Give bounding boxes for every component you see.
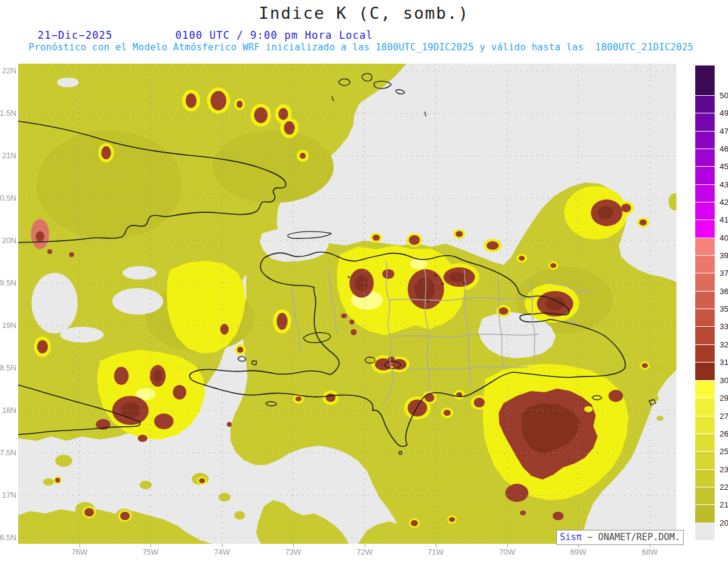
lat-tick-label: 20N xyxy=(0,236,16,245)
lat-tick-label: 0.5N xyxy=(0,193,16,202)
colorbar-cell xyxy=(695,113,715,131)
lon-tick-mark xyxy=(150,544,151,547)
colorbar-cell xyxy=(695,504,715,523)
colorbar-tick-label: 49.1 xyxy=(720,109,728,118)
colorbar-tick-label: 41.3 xyxy=(720,215,728,224)
colorbar-cell xyxy=(695,65,715,95)
lat-tick-label: 1.5N xyxy=(0,109,16,118)
colorbar-cell xyxy=(695,362,715,380)
lat-tick-label: 7.5N xyxy=(0,448,16,457)
header-forecast-line: Pronóstico con el Modelo Atmósferico WRF… xyxy=(29,42,693,53)
colorbar-tick-label: 31.3 xyxy=(720,358,728,367)
map xyxy=(18,64,676,544)
colorbar-tick-label: 36.5 xyxy=(720,287,728,296)
colorbar-cell xyxy=(695,166,715,184)
colorbar-cell xyxy=(695,523,715,540)
lat-tick-label: 8.5N xyxy=(0,363,16,372)
colorbar-cell xyxy=(695,380,715,398)
colorbar-cell xyxy=(695,202,715,219)
colorbar-tick-label: 37.8 xyxy=(720,269,728,278)
lon-tick-label: 75W xyxy=(137,547,164,557)
colorbar-cell xyxy=(695,273,715,291)
colorbar-tick-label: 20 xyxy=(720,518,728,527)
lon-tick-mark xyxy=(222,544,223,547)
colorbar-cell xyxy=(695,487,715,504)
lon-tick-mark xyxy=(293,544,294,547)
colorbar-tick-label: 50 xyxy=(720,91,728,100)
watermark-text: − ONAMET/REP.DOM. xyxy=(582,532,681,543)
colorbar-tick-label: 35.2 xyxy=(720,304,728,313)
colorbar-tick-label: 45.2 xyxy=(720,162,728,171)
colorbar-tick-label: 46.5 xyxy=(720,144,728,153)
lat-tick-label: 17N xyxy=(0,490,16,500)
colorbar-cell xyxy=(695,95,715,113)
lon-tick-mark xyxy=(436,544,436,547)
lon-tick-label: 76W xyxy=(66,547,93,557)
weather-map-page: Indice K (C, somb.) 21−Dic−2025 0100 UTC… xyxy=(0,0,728,562)
header-date: 21−Dic−2025 xyxy=(38,29,113,41)
page-title: Indice K (C, somb.) xyxy=(0,4,728,22)
colorbar-tick-label: 26.5 xyxy=(720,429,728,438)
colorbar-tick-label: 43.9 xyxy=(720,180,728,189)
colorbar-tick-label: 27.8 xyxy=(720,412,728,421)
watermark-brand: Sisπ xyxy=(560,532,582,543)
colorbar-cell xyxy=(695,238,715,255)
colorbar-tick-label: 23.9 xyxy=(720,465,728,474)
colorbar-cell xyxy=(695,344,715,362)
colorbar-cell xyxy=(695,219,715,238)
colorbar-cell xyxy=(695,326,715,344)
colorbar-cell xyxy=(695,469,715,487)
colorbar-cell xyxy=(695,131,715,149)
colorbar-tick-label: 30 xyxy=(720,376,728,385)
header-time: 0100 UTC / 9:00 pm Hora Local xyxy=(175,29,373,41)
lon-tick-label: 68W xyxy=(636,547,663,557)
colorbar-cell xyxy=(695,433,715,451)
colorbar-tick-label: 40 xyxy=(720,233,728,243)
colorbar-tick-label: 33.9 xyxy=(720,322,728,331)
lat-tick-label: 9.5N xyxy=(0,278,16,287)
colorbar-tick-label: 47.8 xyxy=(720,127,728,136)
colorbar-tick-label: 22.6 xyxy=(720,483,728,492)
lon-tick-label: 70W xyxy=(494,547,521,557)
lat-tick-label: 21N xyxy=(0,151,16,160)
lon-tick-mark xyxy=(507,544,508,547)
colorbar-cell xyxy=(695,149,715,166)
lon-tick-label: 72W xyxy=(351,547,378,557)
watermark-box: Sisπ − ONAMET/REP.DOM. xyxy=(556,530,684,545)
lon-tick-mark xyxy=(365,544,365,547)
lon-tick-label: 71W xyxy=(422,547,449,557)
lat-tick-label: 18N xyxy=(0,406,16,415)
colorbar-cell xyxy=(695,309,715,326)
lon-tick-label: 73W xyxy=(280,547,306,557)
colorbar-tick-label: 21.3 xyxy=(720,500,728,509)
lon-tick-label: 74W xyxy=(209,547,235,557)
colorbar-tick-label: 39.1 xyxy=(720,251,728,260)
colorbar-cell xyxy=(695,398,715,416)
colorbar-cell xyxy=(695,291,715,309)
colorbar-tick-label: 29.1 xyxy=(720,393,728,403)
lon-tick-mark xyxy=(79,544,80,547)
colorbar-tick-label: 32.6 xyxy=(720,340,728,349)
colorbar-tick-label: 42.6 xyxy=(720,198,728,207)
colorbar-cell xyxy=(695,451,715,469)
lat-tick-label: 19N xyxy=(0,321,16,330)
colorbar-cell xyxy=(695,255,715,273)
colorbar-cell xyxy=(695,416,715,433)
lat-tick-label: 22N xyxy=(0,66,16,75)
colorbar-tick-label: 25.2 xyxy=(720,447,728,456)
lon-tick-label: 69W xyxy=(565,547,592,557)
lat-tick-label: 6.5N xyxy=(0,533,16,542)
colorbar-cell xyxy=(695,184,715,202)
